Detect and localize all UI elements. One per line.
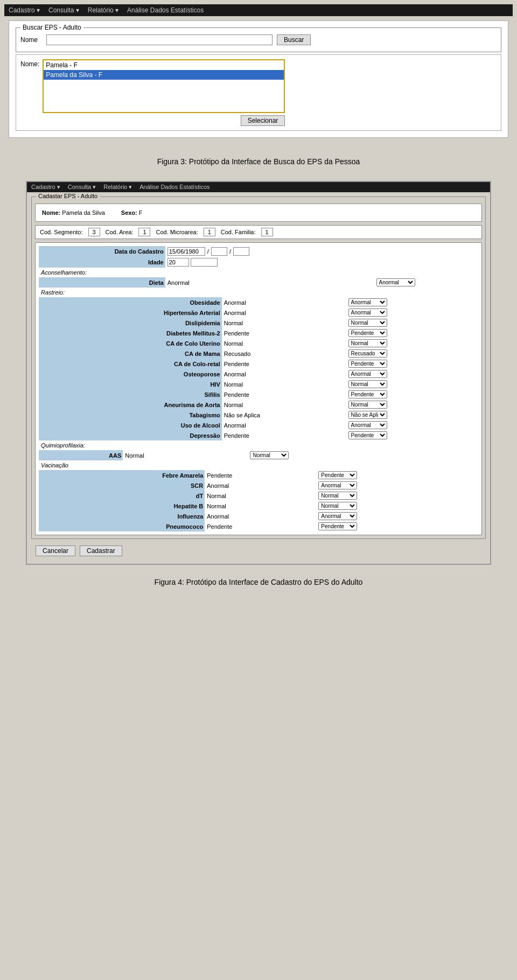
data-cadastro-extra2[interactable] (233, 247, 249, 256)
search-button[interactable]: Buscar (277, 34, 311, 45)
vac-row-select-cell: Anormal NormalAnormalPendente (316, 511, 478, 521)
nav-consulta-2[interactable]: Consulta ▾ (68, 184, 96, 191)
table-row: Uso de Alcool Anormal Anormal Normal Ano… (39, 420, 478, 430)
row-value-cell: Anormal (222, 307, 346, 318)
table-row: CA de Mama Recusado Recusado Normal Anor… (39, 348, 478, 359)
cod-microarea-input[interactable] (204, 228, 215, 236)
row-select[interactable]: Anormal Normal Anormal Pendente Recusado… (348, 370, 387, 378)
row-value-cell: Normal (222, 400, 346, 410)
vac-row-select[interactable]: Pendente NormalAnormalPendente (318, 471, 357, 479)
table-row-idade: Idade (39, 257, 478, 268)
row-select[interactable]: Pendente Normal Anormal Pendente Recusad… (348, 360, 387, 368)
cod-familia-input[interactable] (261, 228, 273, 236)
vac-row-select[interactable]: Normal NormalAnormalPendente (318, 492, 357, 500)
row-select[interactable]: Pendente Normal Anormal Pendente Recusad… (348, 329, 387, 337)
nav-cadastro-1[interactable]: Cadastro ▾ (9, 6, 40, 14)
selecionar-button[interactable]: Selecionar (241, 115, 285, 126)
nav-consulta-1[interactable]: Consulta ▾ (48, 6, 79, 14)
table-row: SCR Anormal Anormal NormalAnormalPendent… (39, 480, 478, 491)
row-label: Tabagismo (39, 410, 222, 420)
table-row: Obesidade Anormal Anormal Normal Anormal… (39, 297, 478, 307)
row-value-cell: Pendente (222, 328, 346, 338)
row-select-cell: Não se Aplica Normal Anormal Pendente Re… (346, 410, 478, 420)
row-select[interactable]: Normal Normal Anormal Pendente Recusado … (348, 380, 387, 388)
row-value-cell: Normal (222, 338, 346, 348)
aconselhamento-label: Aconselhamento: (39, 268, 478, 277)
vac-row-select[interactable]: Anormal NormalAnormalPendente (318, 481, 357, 489)
table-row: Sifilis Pendente Pendente Normal Anormal… (39, 389, 478, 400)
row-select-cell: Normal Normal Anormal Pendente Recusado … (346, 379, 478, 389)
row-select-cell: Anormal Normal Anormal Pendente Recusado… (346, 369, 478, 379)
row-value-cell: Recusado (222, 348, 346, 359)
dieta-value-text: Anormal (167, 279, 190, 286)
row-select[interactable]: Normal Normal Anormal Pendente Recusado … (348, 401, 387, 409)
row-select-cell: Anormal Normal Anormal Pendente Recusado… (346, 297, 478, 307)
row-value-cell: Anormal (222, 369, 346, 379)
table-row: CA de Colo Uterino Normal Normal Normal … (39, 338, 478, 348)
nav-analise-1[interactable]: Análise Dados Estatísticos (127, 6, 204, 14)
search-input[interactable] (46, 34, 273, 45)
row-select[interactable]: Pendente Normal Anormal Pendente Recusad… (348, 390, 387, 398)
vac-row-value-cell: Anormal (205, 511, 316, 521)
data-cadastro-extra[interactable] (211, 247, 227, 256)
row-select-cell: Pendente Normal Anormal Pendente Recusad… (346, 328, 478, 338)
vac-row-label: Hepatite B (39, 501, 205, 511)
row-select[interactable]: Normal Normal Anormal Pendente Recusado … (348, 339, 387, 347)
cod-microarea-label: Cod. Microarea: (156, 229, 198, 235)
table-row: Hepatite B Normal Normal NormalAnormalPe… (39, 501, 478, 511)
nome-value: Pamela da Silva (62, 209, 105, 216)
row-label: Depressão (39, 430, 222, 440)
idade-extra[interactable] (191, 258, 218, 267)
cod-area-input[interactable] (138, 228, 150, 236)
idade-input[interactable] (167, 258, 189, 267)
vac-row-select[interactable]: Pendente NormalAnormalPendente (318, 522, 357, 530)
row-label: CA de Colo Uterino (39, 338, 222, 348)
table-row: Febre Amarela Pendente Pendente NormalAn… (39, 470, 478, 480)
vac-row-value-cell: Normal (205, 491, 316, 501)
vac-row-select-cell: Normal NormalAnormalPendente (316, 501, 478, 511)
row-label: Osteoporose (39, 369, 222, 379)
data-cadastro-input[interactable] (167, 247, 205, 256)
nav-relatorio-2[interactable]: Relatório ▾ (103, 184, 132, 191)
cod-segmento-input[interactable] (88, 228, 100, 236)
nav-cadastro-2[interactable]: Cadastro ▾ (31, 184, 60, 191)
row-select[interactable]: Anormal Normal Anormal Pendente Recusado… (348, 298, 387, 306)
vac-row-value-cell: Pendente (205, 470, 316, 480)
vac-row-select[interactable]: Anormal NormalAnormalPendente (318, 512, 357, 520)
row-select[interactable]: Não se Aplica Normal Anormal Pendente Re… (348, 411, 387, 419)
table-row: Hipertensão Arterial Anormal Anormal Nor… (39, 307, 478, 318)
row-label: Hipertensão Arterial (39, 307, 222, 318)
quimioprofilaxia-header: Quimioprofilaxia: (39, 440, 478, 450)
row-select[interactable]: Normal Normal Anormal Pendente Recusado … (348, 319, 387, 327)
table-row: Diabetes Mellitus-2 Pendente Pendente No… (39, 328, 478, 338)
row-value-cell: Pendente (222, 430, 346, 440)
search-fieldset-legend: Buscar EPS - Adulto (20, 24, 83, 31)
dieta-select[interactable]: Anormal Normal Pendente (376, 278, 415, 286)
cod-familia-label: Cod. Familia: (221, 229, 256, 235)
aas-label: AAS (39, 450, 123, 460)
aas-select[interactable]: NormalAnormalPendente (250, 451, 289, 459)
result-item-2[interactable]: Pamela da Silva - F (44, 70, 284, 80)
row-value-cell: Anormal (222, 420, 346, 430)
vac-row-label: Influenza (39, 511, 205, 521)
vac-row-label: Febre Amarela (39, 470, 205, 480)
nav-analise-2[interactable]: Análise Dados Estatísticos (139, 184, 209, 191)
result-item-1[interactable]: Pamela - F (44, 60, 284, 70)
nav-relatorio-1[interactable]: Relatório ▾ (88, 6, 118, 14)
row-select[interactable]: Recusado Normal Anormal Pendente Recusad… (348, 349, 387, 358)
row-select-cell: Pendente Normal Anormal Pendente Recusad… (346, 389, 478, 400)
bottom-buttons: Cancelar Cadastrar (31, 542, 486, 559)
figure3-caption: Figura 3: Protótipo da Interface de Busc… (0, 146, 517, 177)
cadastrar-button[interactable]: Cadastrar (80, 545, 122, 556)
vac-row-select-cell: Normal NormalAnormalPendente (316, 491, 478, 501)
row-select[interactable]: Anormal Normal Anormal Pendente Recusado… (348, 309, 387, 317)
vac-row-select[interactable]: Normal NormalAnormalPendente (318, 502, 357, 510)
row-label: Dislipidemia (39, 318, 222, 328)
aas-value-cell: Normal (123, 450, 248, 460)
row-value-cell: Pendente (222, 389, 346, 400)
row-select[interactable]: Anormal Normal Anormal Pendente Recusado… (348, 421, 387, 429)
vac-row-label: SCR (39, 480, 205, 491)
row-value-cell: Anormal (222, 297, 346, 307)
cancelar-button[interactable]: Cancelar (36, 545, 75, 556)
row-select[interactable]: Pendente Normal Anormal Pendente Recusad… (348, 431, 387, 439)
